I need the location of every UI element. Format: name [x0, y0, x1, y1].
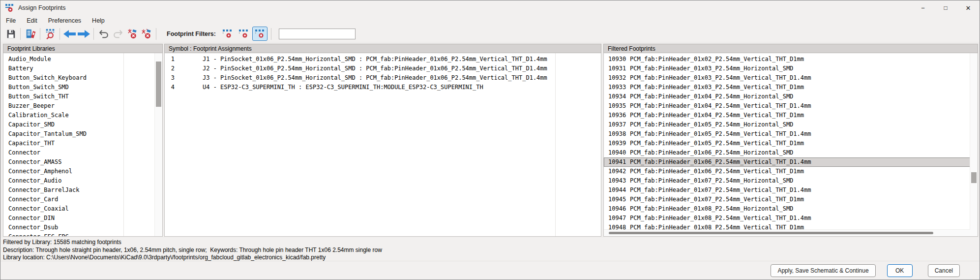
maximize-button[interactable]: □	[934, 0, 957, 15]
column-divider	[555, 53, 556, 236]
filtered-footprint-row[interactable]: 10937 PCM_fab:PinHeader_01x05_P2.54mm_Ho…	[604, 120, 970, 129]
filtered-footprint-row[interactable]: 10941 PCM_fab:PinHeader_01x06_P2.54mm_Ve…	[604, 157, 970, 167]
minimize-button[interactable]: −	[912, 0, 934, 15]
redo-button[interactable]	[111, 27, 125, 41]
filtered-footprint-row[interactable]: 10947 PCM_fab:PinHeader_01x08_P2.54mm_Ve…	[604, 214, 970, 223]
view-selected-footprint-button[interactable]	[43, 27, 57, 41]
assignment-text: J3 - PinSocket_01x06_P2.54mm_Horizontal_…	[203, 73, 547, 83]
filtered-footprint-row[interactable]: 10934 PCM_fab:PinHeader_01x04_P2.54mm_Ho…	[604, 92, 970, 101]
filter-by-library-button[interactable]	[252, 27, 267, 41]
library-list-item[interactable]: Audio_Module	[3, 55, 162, 64]
filtered-footprint-row[interactable]: 10936 PCM_fab:PinHeader_01x04_P2.54mm_Ve…	[604, 111, 970, 120]
menu-help[interactable]: Help	[87, 16, 110, 25]
library-list-item[interactable]: Connector_FFC-FPC	[3, 232, 162, 237]
library-list-item[interactable]: Connector_Amphenol	[3, 167, 162, 176]
filtered-footprint-row[interactable]: 10938 PCM_fab:PinHeader_01x05_P2.54mm_Ve…	[604, 129, 970, 139]
symbol-assignments-body: 1 J1 - PinSocket_01x06_P2.54mm_Horizonta…	[164, 53, 601, 237]
footprint-index: 10935	[608, 101, 626, 111]
filtered-footprint-row[interactable]: 10944 PCM_fab:PinHeader_01x07_P2.54mm_Ve…	[604, 186, 970, 195]
filtered-footprint-row[interactable]: 10943 PCM_fab:PinHeader_01x07_P2.54mm_Ho…	[604, 176, 970, 186]
libraries-scrollbar-thumb[interactable]	[156, 62, 161, 107]
footprint-name: PCM_fab:PinHeader_01x06_P2.54mm_Vertical…	[630, 167, 804, 176]
library-list-item[interactable]: Capacitor_Tantalum_SMD	[3, 129, 162, 139]
ok-button[interactable]: OK	[887, 264, 913, 277]
library-list-item[interactable]: Calibration_Scale	[3, 111, 162, 120]
undo-button[interactable]	[96, 27, 111, 41]
library-list-item[interactable]: Connector	[3, 148, 162, 157]
footprint-name: PCM_fab:PinHeader_01x02_P2.54mm_Vertical…	[630, 55, 804, 64]
menu-file[interactable]: File	[0, 16, 21, 25]
footprint-name: PCM_fab:PinHeader_01x05_P2.54mm_Vertical…	[630, 129, 811, 139]
status-area: Filtered by Library: 15585 matching foot…	[0, 238, 980, 263]
assignment-row[interactable]: 3 J3 - PinSocket_01x06_P2.54mm_Horizonta…	[165, 73, 601, 83]
footprint-filters-label: Footprint Filters:	[167, 31, 216, 37]
footprint-name: PCM_fab:PinHeader_01x06_P2.54mm_Horizont…	[630, 148, 793, 157]
filtered-footprint-row[interactable]: 10933 PCM_fab:PinHeader_01x03_P2.54mm_Ve…	[604, 83, 970, 92]
footprint-index: 10940	[608, 148, 626, 157]
assignment-text: U4 - ESP32-C3_SUPERMINI_TH : ESP32-C3_SU…	[203, 83, 483, 92]
assignment-row[interactable]: 2 J2 - PinSocket_01x06_P2.54mm_Horizonta…	[165, 64, 601, 73]
filtered-footprint-row[interactable]: 10931 PCM_fab:PinHeader_01x03_P2.54mm_Ho…	[604, 64, 970, 73]
libraries-vertical-scrollbar[interactable]	[154, 53, 162, 236]
assignment-row[interactable]: 1 J1 - PinSocket_01x06_P2.54mm_Horizonta…	[165, 55, 601, 64]
filtered-horizontal-scrollbar[interactable]	[604, 229, 970, 236]
library-list-item[interactable]: Buzzer_Beeper	[3, 101, 162, 111]
filter-status-text: Filtered by Library: 15585 matching foot…	[3, 239, 980, 247]
footprint-index: 10946	[608, 204, 626, 214]
menu-preferences[interactable]: Preferences	[43, 16, 87, 25]
filtered-footprint-row[interactable]: 10939 PCM_fab:PinHeader_01x05_P2.54mm_Ve…	[604, 139, 970, 148]
library-list-item[interactable]: Button_Switch_SMD	[3, 83, 162, 92]
footprint-index: 10937	[608, 120, 626, 129]
footprint-index: 10947	[608, 214, 626, 223]
filtered-hscrollbar-thumb[interactable]	[609, 232, 933, 234]
previous-symbol-button[interactable]	[62, 27, 77, 41]
library-list-item[interactable]: Capacitor_THT	[3, 139, 162, 148]
app-footprint-icon	[5, 3, 14, 12]
footprint-filter-input[interactable]	[279, 29, 356, 39]
library-list-item[interactable]: Connector_Audio	[3, 176, 162, 186]
library-list-item[interactable]: Connector_BarrelJack	[3, 186, 162, 195]
footprint-libraries-body: Audio_ModuleBatteryButton_Switch_Keyboar…	[3, 53, 163, 237]
window-title: Assign Footprints	[18, 4, 66, 11]
library-list-item[interactable]: Connector_AMASS	[3, 157, 162, 167]
library-list-item[interactable]: Button_Switch_Keyboard	[3, 73, 162, 83]
footprint-name: PCM_fab:PinHeader_01x08_P2.54mm_Horizont…	[630, 204, 793, 214]
library-list-item[interactable]: Connector_Coaxial	[3, 204, 162, 214]
arrow-right-icon	[77, 29, 90, 39]
footprint-libraries-list: Audio_ModuleBatteryButton_Switch_Keyboar…	[3, 53, 162, 237]
redo-icon	[113, 29, 123, 39]
filtered-footprint-row[interactable]: 10940 PCM_fab:PinHeader_01x06_P2.54mm_Ho…	[604, 148, 970, 157]
library-list-item[interactable]: Battery	[3, 64, 162, 73]
filtered-scrollbar-thumb[interactable]	[971, 172, 977, 183]
cancel-button[interactable]: Cancel	[928, 264, 960, 277]
filtered-footprint-row[interactable]: 10942 PCM_fab:PinHeader_01x06_P2.54mm_Ve…	[604, 167, 970, 176]
filter-by-pin-count-button[interactable]	[236, 27, 251, 41]
library-list-item[interactable]: Button_Switch_THT	[3, 92, 162, 101]
filtered-vertical-scrollbar[interactable]	[970, 53, 978, 236]
filter-by-keyword-button[interactable]	[220, 27, 235, 41]
assignment-row[interactable]: 4 U4 - ESP32-C3_SUPERMINI_TH : ESP32-C3_…	[165, 83, 601, 92]
filtered-footprint-row[interactable]: 10932 PCM_fab:PinHeader_01x03_P2.54mm_Ve…	[604, 73, 970, 83]
footprint-library-table-button[interactable]	[23, 27, 37, 41]
save-button[interactable]	[3, 27, 18, 41]
library-list-item[interactable]: Connector_DIN	[3, 214, 162, 223]
filtered-footprint-row[interactable]: 10945 PCM_fab:PinHeader_01x07_P2.54mm_Ve…	[604, 195, 970, 204]
footprint-index: 10944	[608, 186, 626, 195]
apply-save-schematic-continue-button[interactable]: Apply, Save Schematic & Continue	[771, 264, 875, 277]
library-list-item[interactable]: Capacitor_SMD	[3, 120, 162, 129]
library-list-item[interactable]: Connector_Dsub	[3, 223, 162, 232]
toolbar-separator	[20, 28, 21, 40]
library-list-item[interactable]: Connector_Card	[3, 195, 162, 204]
delete-association-button[interactable]	[125, 27, 139, 41]
delete-all-associations-button[interactable]	[139, 27, 153, 41]
toolbar: Footprint Filters:	[0, 26, 980, 42]
close-button[interactable]: ✕	[957, 0, 980, 15]
menu-edit[interactable]: Edit	[21, 16, 43, 25]
footer-button-bar: Apply, Save Schematic & Continue OK Canc…	[0, 261, 980, 280]
filtered-footprint-row[interactable]: 10930 PCM_fab:PinHeader_01x02_P2.54mm_Ve…	[604, 55, 970, 64]
next-symbol-button[interactable]	[77, 27, 91, 41]
filtered-footprint-row[interactable]: 10935 PCM_fab:PinHeader_01x04_P2.54mm_Ve…	[604, 101, 970, 111]
footprint-name: PCM_fab:PinHeader_01x07_P2.54mm_Vertical…	[630, 186, 811, 195]
filtered-footprint-row[interactable]: 10946 PCM_fab:PinHeader_01x08_P2.54mm_Ho…	[604, 204, 970, 214]
undo-icon	[98, 29, 109, 39]
